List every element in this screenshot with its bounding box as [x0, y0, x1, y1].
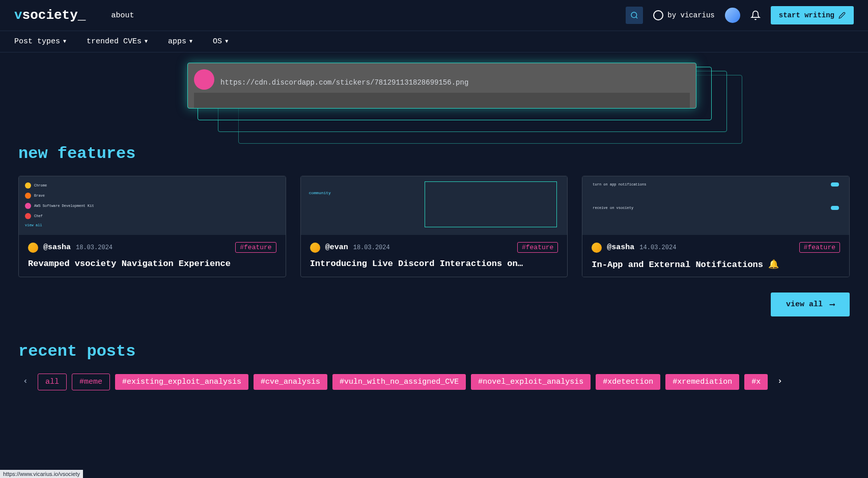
view-all-label: view all — [786, 300, 823, 309]
hero-section: https://cdn.discordapp.com/stickers/7812… — [14, 52, 854, 134]
nav-label: OS — [213, 37, 222, 46]
svg-line-1 — [636, 17, 637, 18]
feature-thumb: Chrome Brave AWS Software Development Ki… — [19, 176, 286, 235]
tag-vuln-no-cve[interactable]: #vuln_with_no_assigned_CVE — [332, 374, 466, 390]
nav-label: Post types — [14, 37, 60, 46]
post-date: 18.03.2024 — [353, 244, 390, 251]
tag-xdetection[interactable]: #xdetection — [596, 374, 660, 390]
arrow-right-icon: ⟶ — [830, 300, 834, 309]
feature-card[interactable]: turn on app notifications receive on vso… — [582, 176, 850, 277]
feature-card[interactable]: community @evan 18.03.2024 #feature Intr… — [300, 176, 568, 277]
tag-cve-analysis[interactable]: #cve_analysis — [254, 374, 327, 390]
feature-tag: #feature — [517, 242, 558, 253]
top-header: vsociety_ about by vicarius start writin… — [0, 0, 868, 31]
tag-prev[interactable] — [18, 378, 33, 387]
author-avatar — [310, 243, 320, 253]
pencil-icon — [838, 12, 846, 19]
view-all-button[interactable]: view all ⟶ — [771, 293, 850, 316]
svg-point-0 — [631, 12, 637, 18]
header-left: vsociety_ about — [14, 8, 134, 23]
feature-title: In-App and External Notifications 🔔 — [592, 259, 840, 270]
nav-label: trended CVEs — [87, 37, 142, 46]
tag-novel-exploit[interactable]: #novel_exploit_analysis — [471, 374, 591, 390]
feature-tag: #feature — [235, 242, 276, 253]
hero-url: https://cdn.discordapp.com/stickers/7812… — [220, 78, 468, 87]
tag-existing-exploit[interactable]: #existing_exploit_analysis — [115, 374, 248, 390]
hero-avatar — [194, 69, 214, 90]
search-icon — [630, 11, 638, 19]
tag-x-partial[interactable]: #x — [744, 374, 768, 390]
chevron-down-icon: ▼ — [63, 39, 66, 44]
vicarius-icon — [653, 10, 663, 20]
feature-card[interactable]: Chrome Brave AWS Software Development Ki… — [18, 176, 286, 277]
features-row: Chrome Brave AWS Software Development Ki… — [0, 176, 868, 277]
hero-input-bar — [194, 93, 690, 108]
thumb-content: community — [301, 176, 568, 235]
meta-row: @sasha 14.03.2024 #feature — [592, 242, 840, 253]
author-handle: @sasha — [43, 243, 71, 252]
nav-post-types[interactable]: Post types ▼ — [14, 37, 66, 46]
header-right: by vicarius start writing — [626, 6, 854, 24]
recent-posts-title: recent posts — [18, 342, 868, 361]
logo-prefix: v — [14, 8, 22, 23]
nav-apps[interactable]: apps ▼ — [168, 37, 192, 46]
chevron-left-icon — [22, 378, 29, 384]
feature-title: Introducing Live Discord Interactions on… — [310, 259, 558, 269]
about-link[interactable]: about — [111, 11, 134, 20]
nav-os[interactable]: OS ▼ — [213, 37, 228, 46]
feature-meta: @evan 18.03.2024 #feature Introducing Li… — [301, 235, 568, 276]
user-avatar[interactable] — [725, 8, 740, 23]
nav-bar: Post types ▼ trended CVEs ▼ apps ▼ OS ▼ — [0, 31, 868, 52]
by-vicarius-link[interactable]: by vicarius — [653, 10, 714, 20]
feature-thumb: turn on app notifications receive on vso… — [582, 176, 849, 235]
nav-trended-cves[interactable]: trended CVEs ▼ — [87, 37, 148, 46]
feature-title: Revamped vsociety Navigation Experience — [28, 259, 276, 269]
meta-row: @evan 18.03.2024 #feature — [310, 242, 558, 253]
chevron-down-icon: ▼ — [225, 39, 228, 44]
tag-meme[interactable]: #meme — [72, 374, 110, 390]
feature-tag: #feature — [799, 242, 840, 253]
card-inner: https://cdn.discordapp.com/stickers/7812… — [194, 69, 690, 90]
author-avatar — [28, 243, 38, 253]
post-date: 18.03.2024 — [76, 244, 113, 251]
chevron-down-icon: ▼ — [189, 39, 192, 44]
feature-thumb: community — [301, 176, 568, 235]
new-features-title: new features — [18, 144, 868, 163]
logo-text: society_ — [22, 8, 86, 23]
thumb-content: Chrome Brave AWS Software Development Ki… — [19, 176, 286, 235]
chevron-down-icon: ▼ — [145, 39, 148, 44]
author-handle: @sasha — [607, 243, 634, 252]
bell-icon[interactable] — [750, 10, 761, 20]
author-avatar — [592, 243, 602, 253]
start-writing-label: start writing — [779, 11, 834, 19]
post-date: 14.03.2024 — [639, 244, 676, 251]
tag-xremediation[interactable]: #xremediation — [665, 374, 739, 390]
author-handle: @evan — [325, 243, 348, 252]
meta-row: @sasha 18.03.2024 #feature — [28, 242, 276, 253]
feature-meta: @sasha 18.03.2024 #feature Revamped vsoc… — [19, 235, 286, 276]
tag-next[interactable] — [773, 378, 787, 387]
chevron-right-icon — [777, 378, 783, 384]
logo[interactable]: vsociety_ — [14, 8, 86, 23]
thumb-content: turn on app notifications receive on vso… — [582, 176, 849, 235]
hero-card-main[interactable]: https://cdn.discordapp.com/stickers/7812… — [187, 63, 696, 109]
search-button[interactable] — [626, 7, 643, 24]
feature-meta: @sasha 14.03.2024 #feature In-App and Ex… — [582, 235, 849, 277]
tags-row: all #meme #existing_exploit_analysis #cv… — [0, 374, 868, 390]
nav-label: apps — [168, 37, 186, 46]
tag-all[interactable]: all — [38, 374, 67, 390]
start-writing-button[interactable]: start writing — [771, 6, 854, 24]
by-vicarius-text: by vicarius — [667, 11, 714, 19]
